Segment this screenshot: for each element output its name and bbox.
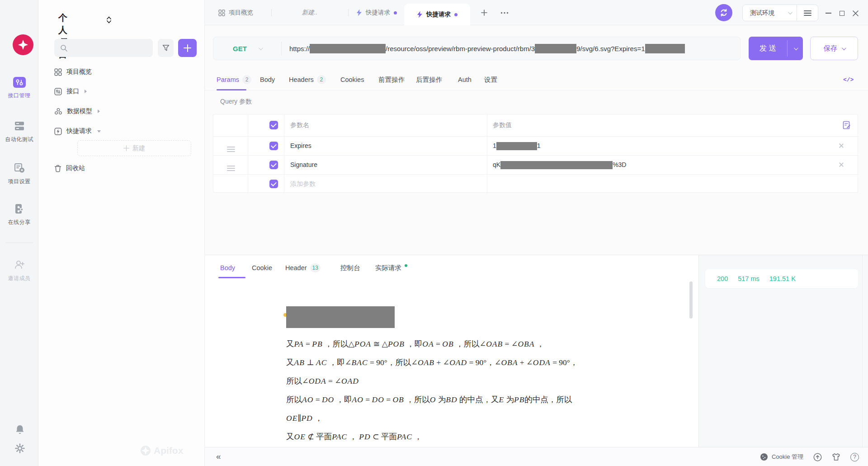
tab-label: 新建..	[302, 9, 318, 17]
value-segment: qK	[493, 161, 500, 168]
window-minimize-button[interactable]	[823, 8, 833, 18]
new-tab-button[interactable]	[477, 6, 491, 19]
collapse-sidebar-button[interactable]: «	[216, 452, 221, 461]
sidebar-item-data-model[interactable]: 数据模型	[54, 105, 100, 117]
activity-item-project-settings[interactable]: 项目设置	[0, 162, 38, 185]
more-tabs-button[interactable]	[498, 6, 511, 19]
window-close-button[interactable]	[850, 8, 860, 18]
activity-item-automation-test[interactable]: 自动化测试	[0, 120, 38, 143]
url-input[interactable]: https:///resource/oss/preview/rbm-previe…	[281, 42, 740, 55]
math-line: 又PA = PB ，所以△POA ≅ △POB ，即OA = OB ，所以∠OA…	[286, 338, 578, 349]
filter-button[interactable]	[158, 39, 174, 57]
tab-cookies[interactable]: Cookies	[340, 69, 364, 90]
environment-selector[interactable]: 测试环境	[742, 5, 818, 21]
tab-settings[interactable]: 设置	[484, 69, 497, 90]
tab-response-header[interactable]: Header 13	[285, 257, 321, 279]
bulk-edit-icon[interactable]	[843, 121, 851, 129]
drag-handle[interactable]	[227, 164, 235, 172]
theme-skin-button[interactable]	[832, 453, 840, 461]
minimize-icon	[826, 13, 831, 14]
new-quick-request-button[interactable]: 新建	[77, 140, 191, 156]
add-param-placeholder[interactable]: 添加参数	[290, 180, 316, 188]
activity-item-online-share[interactable]: 在线分享	[0, 203, 38, 226]
notifications-bell-icon[interactable]	[15, 424, 25, 435]
tab-params[interactable]: Params 2	[217, 69, 251, 90]
activity-item-api-management[interactable]: 接口管理	[0, 76, 38, 100]
delete-row-button[interactable]	[838, 161, 845, 168]
lightning-icon	[356, 9, 362, 16]
tab-response-cookie[interactable]: Cookie	[252, 257, 272, 279]
row-enabled-checkbox[interactable]	[269, 180, 278, 188]
unsaved-dot	[394, 11, 397, 14]
row-enabled-checkbox[interactable]	[269, 142, 278, 150]
param-value[interactable]: qK%3D	[493, 161, 626, 169]
menu-button[interactable]	[797, 10, 818, 16]
maximize-icon	[840, 11, 844, 16]
redacted-value	[496, 142, 537, 150]
sidebar-item-label: 接口	[66, 87, 79, 95]
tab-quick-request-2-active[interactable]: 快捷请求	[404, 4, 470, 25]
apifox-watermark: Apifox	[140, 445, 183, 456]
active-tab-underline	[217, 89, 246, 90]
data-model-icon	[54, 108, 62, 115]
watermark-text: Apifox	[154, 445, 183, 456]
method-value: GET	[233, 45, 247, 52]
tab-headers[interactable]: Headers 2	[289, 69, 326, 90]
window-maximize-button[interactable]	[837, 8, 847, 18]
math-line: 又AB ⊥ AC ，即∠BAC = 90°，所以∠OAB + ∠OAD = 90…	[286, 357, 578, 368]
unsaved-dot	[454, 13, 458, 16]
help-button[interactable]: ?	[850, 453, 859, 461]
tab-auth[interactable]: Auth	[458, 69, 472, 90]
tab-label: 后置操作	[416, 76, 442, 84]
param-value[interactable]: 11	[493, 142, 541, 150]
environment-label: 测试环境	[750, 9, 774, 17]
row-enabled-checkbox[interactable]	[269, 161, 278, 169]
activity-item-invite-member[interactable]: 邀请成员	[0, 259, 38, 282]
tab-console[interactable]: 控制台	[340, 257, 360, 279]
search-input[interactable]	[54, 39, 153, 57]
panel-scrollbar-track	[862, 255, 863, 447]
sidebar-item-api[interactable]: 接口	[54, 86, 87, 97]
chevron-down-icon	[259, 46, 263, 50]
tab-new-draft[interactable]: 新建..	[271, 0, 348, 25]
save-button[interactable]: 保存	[810, 37, 858, 60]
tab-pre-ops[interactable]: 前置操作	[378, 69, 405, 90]
tab-post-ops[interactable]: 后置操作	[416, 69, 442, 90]
drag-handle[interactable]	[227, 145, 235, 153]
method-selector[interactable]: GET	[213, 45, 281, 52]
sidebar-item-quick-request[interactable]: 快捷请求	[54, 125, 101, 137]
sidebar-item-project-overview[interactable]: 项目概览	[54, 66, 92, 78]
add-new-button[interactable]	[178, 39, 197, 57]
sidebar-item-label: 数据模型	[67, 107, 92, 115]
param-name[interactable]: Expires	[290, 142, 311, 149]
tab-actual-request[interactable]: 实际请求	[375, 257, 407, 279]
tab-project-overview[interactable]: 项目概览	[210, 0, 261, 25]
response-scrollbar[interactable]	[689, 281, 693, 319]
sidebar-item-trash[interactable]: 回收站	[54, 162, 85, 174]
apifox-logo[interactable]	[13, 34, 33, 55]
document-tabbar: 项目概览 新建.. 快捷请求 快捷请求	[205, 0, 868, 25]
sync-button[interactable]	[715, 4, 732, 21]
math-line: 又OE ⊄ 平面PAC ， PD ⊂ 平面PAC ，	[286, 431, 578, 442]
sidebar-item-label: 快捷请求	[66, 127, 92, 135]
cookie-icon	[760, 453, 768, 461]
row-divider	[213, 136, 859, 137]
hamburger-icon	[804, 10, 811, 16]
cookie-manager-button[interactable]: Cookie 管理	[760, 453, 803, 461]
math-line: 所以∠ODA = ∠OAD	[286, 376, 578, 386]
tab-response-body[interactable]: Body	[220, 257, 235, 279]
cookie-manager-label: Cookie 管理	[772, 453, 803, 461]
select-all-checkbox[interactable]	[269, 121, 278, 129]
tab-body[interactable]: Body	[260, 69, 275, 90]
app-settings-gear-icon[interactable]	[15, 443, 25, 453]
send-options-button[interactable]	[788, 37, 803, 60]
tab-label: Headers	[289, 76, 314, 83]
code-view-button[interactable]: </>	[843, 69, 854, 90]
delete-row-button[interactable]	[838, 142, 845, 149]
shirt-icon	[832, 453, 840, 461]
active-tab-underline	[218, 277, 245, 278]
send-button[interactable]: 发 送	[749, 37, 787, 60]
upload-button[interactable]	[813, 453, 822, 461]
param-name[interactable]: Signature	[290, 161, 317, 168]
tab-quick-request-1[interactable]: 快捷请求	[348, 0, 405, 25]
